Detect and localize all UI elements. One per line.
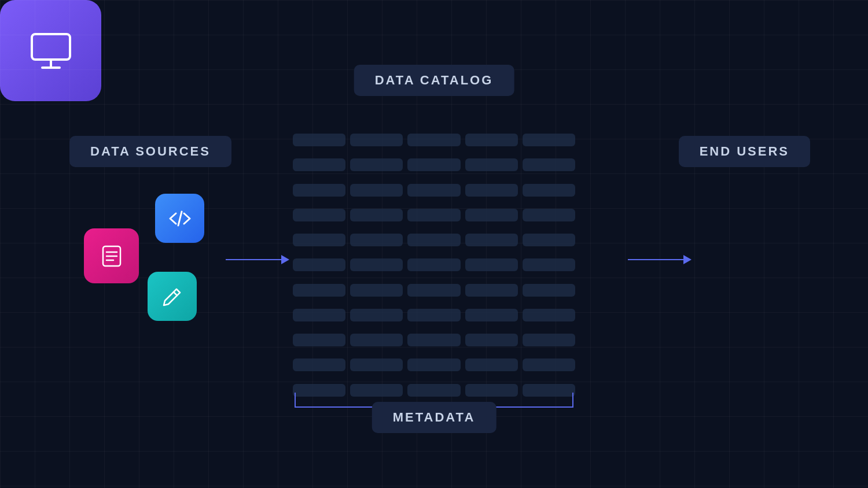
table-row [407, 184, 460, 197]
table-row [523, 209, 575, 221]
table-row [350, 358, 403, 371]
sources-label-text: DATA SOURCES [90, 144, 211, 159]
table-row [407, 334, 460, 346]
table-row [350, 258, 403, 271]
table-row [523, 134, 575, 146]
table-row [407, 234, 460, 246]
table-row [293, 358, 345, 371]
table-row [407, 134, 460, 146]
table-row [293, 309, 345, 321]
svg-line-4 [178, 212, 182, 225]
table-row [465, 358, 518, 371]
endusers-label-box: END USERS [679, 136, 810, 167]
table-row [350, 134, 403, 146]
table-row [350, 334, 403, 346]
table-row [407, 358, 460, 371]
metadata-label-text: METADATA [393, 410, 476, 425]
datasource-icon-blue [155, 194, 204, 243]
table-row [465, 158, 518, 171]
table-row [523, 258, 575, 271]
table-row [293, 158, 345, 171]
table-row [523, 309, 575, 321]
table-row [465, 184, 518, 197]
arrow-line [226, 259, 281, 260]
table-row [407, 158, 460, 171]
endusers-label-text: END USERS [700, 144, 789, 159]
left-arrow [226, 258, 289, 261]
table-row [523, 284, 575, 297]
table-row [350, 209, 403, 221]
catalog-label-text: DATA CATALOG [375, 73, 494, 88]
table-row [465, 234, 518, 246]
table-row [350, 284, 403, 297]
table-row [465, 209, 518, 221]
datasource-icon-pink [84, 228, 139, 283]
metadata-label-box: METADATA [372, 402, 496, 433]
table-row [350, 158, 403, 171]
list-icon [97, 242, 126, 271]
table-row [407, 309, 460, 321]
table-row [523, 184, 575, 197]
table-row [407, 258, 460, 271]
arrow-head-right [683, 255, 692, 264]
edit-icon [158, 282, 187, 311]
table-row [293, 284, 345, 297]
data-table-area [284, 124, 584, 413]
table-row [523, 358, 575, 371]
table-row [523, 234, 575, 246]
right-arrow [628, 258, 692, 261]
table-row [350, 309, 403, 321]
table-row [293, 209, 345, 221]
sources-label-box: DATA SOURCES [69, 136, 231, 167]
table-row [350, 184, 403, 197]
arrow-line-right [628, 259, 683, 260]
arrow-head [281, 255, 289, 264]
table-row [465, 284, 518, 297]
table-row [465, 309, 518, 321]
table-row [293, 234, 345, 246]
table-row [407, 209, 460, 221]
table-row [293, 134, 345, 146]
table-row [523, 334, 575, 346]
table-row [465, 334, 518, 346]
datasource-icon-teal [148, 272, 197, 321]
table-row [465, 258, 518, 271]
table-row [465, 134, 518, 146]
svg-line-5 [174, 292, 177, 295]
table-row [350, 234, 403, 246]
table-row [523, 158, 575, 171]
catalog-label-box: DATA CATALOG [354, 65, 514, 96]
table-row [293, 334, 345, 346]
table-row [407, 284, 460, 297]
code-icon [165, 204, 194, 233]
table-row [293, 184, 345, 197]
table-row [293, 258, 345, 271]
